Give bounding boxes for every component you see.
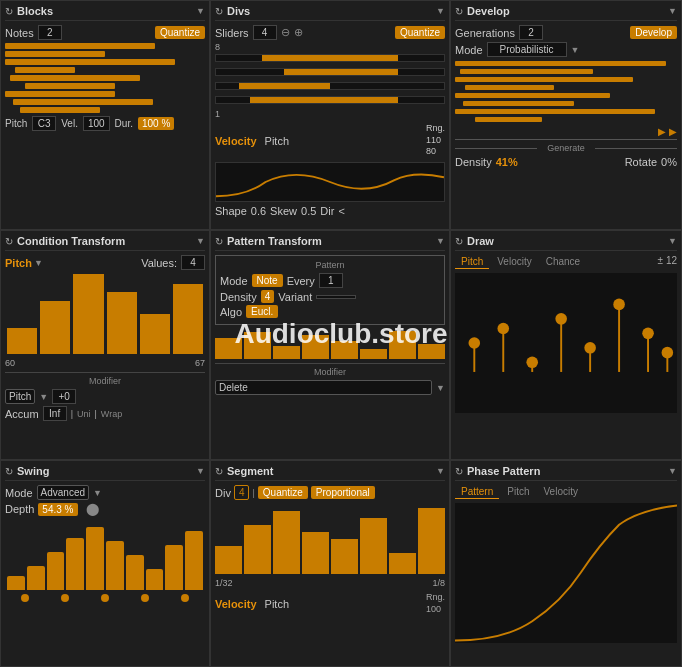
seg-quantize-button[interactable]: Quantize: [258, 486, 308, 499]
develop-arrow-icon[interactable]: ▼: [668, 6, 677, 16]
divs-header: ↻ Divs ▼: [215, 5, 445, 21]
develop-develop-button[interactable]: Develop: [630, 26, 677, 39]
develop-gen-value[interactable]: 2: [519, 25, 543, 40]
pt-density-label: Density: [220, 291, 257, 303]
seg-pitch-tab[interactable]: Pitch: [265, 598, 289, 610]
develop-mode-value[interactable]: Probabilistic: [487, 42, 567, 57]
draw-area[interactable]: [455, 273, 677, 413]
swing-bar-3: [47, 552, 65, 591]
tab-phase-velocity[interactable]: Velocity: [537, 485, 583, 499]
svg-point-7: [555, 313, 567, 325]
blocks-vel-value[interactable]: 100: [83, 116, 110, 131]
pt-variant-label: Variant: [278, 291, 312, 303]
swing-dot-3: [101, 594, 109, 602]
pt-every-label: Every: [287, 275, 315, 287]
ct-wrap-label[interactable]: Wrap: [101, 409, 122, 419]
ct-accum-value[interactable]: Inf: [43, 406, 67, 421]
ct-arrow-icon[interactable]: ▼: [196, 236, 205, 246]
blocks-notes-label: Notes: [5, 27, 34, 39]
phase-arrow-icon[interactable]: ▼: [668, 466, 677, 476]
block-line-1: [5, 43, 155, 49]
ct-pitch-value[interactable]: +0: [52, 389, 76, 404]
divs-slider-4[interactable]: [215, 96, 445, 104]
ct-param-dropdown[interactable]: Pitch ▼: [5, 257, 43, 269]
blocks-dur-value[interactable]: 100 %: [138, 117, 174, 130]
svg-point-5: [526, 357, 538, 369]
ct-param-arrow-icon: ▼: [34, 258, 43, 268]
pt-every-value[interactable]: 1: [319, 273, 343, 288]
divs-velocity-tab[interactable]: Velocity: [215, 135, 257, 147]
develop-mode-arrow-icon[interactable]: ▼: [571, 45, 580, 55]
blocks-notes-value[interactable]: 2: [38, 25, 62, 40]
svg-point-13: [642, 328, 654, 340]
tab-draw-pitch[interactable]: Pitch: [455, 255, 489, 269]
tab-phase-pattern[interactable]: Pattern: [455, 485, 499, 499]
blocks-panel: ↻ Blocks ▼ Notes 2 Quantize Pitch C3 Vel…: [0, 0, 210, 230]
pt-header: ↻ Pattern Transform ▼: [215, 235, 445, 251]
blocks-vel-label: Vel.: [61, 118, 78, 129]
divs-sliders-value[interactable]: 4: [253, 25, 277, 40]
draw-plus-minus: ± 12: [658, 255, 677, 269]
tab-draw-chance[interactable]: Chance: [540, 255, 586, 269]
divs-vp-row: Velocity Pitch Rng. 110 80: [215, 123, 445, 158]
swing-mode-select[interactable]: Advanced: [37, 485, 89, 500]
seg-arrow-icon[interactable]: ▼: [436, 466, 445, 476]
ct-values-value[interactable]: 4: [181, 255, 205, 270]
phase-area[interactable]: [455, 503, 677, 643]
ct-bar-sep2: |: [94, 409, 96, 419]
swing-dot-1: [21, 594, 29, 602]
develop-panel: ↻ Develop ▼ Generations 2 Develop Mode P…: [450, 0, 682, 230]
divs-quantize-button[interactable]: Quantize: [395, 26, 445, 39]
blocks-arrow-icon[interactable]: ▼: [196, 6, 205, 16]
blocks-pitch-label: Pitch: [5, 118, 27, 129]
draw-arrow-icon[interactable]: ▼: [668, 236, 677, 246]
divs-skew-value: 0.5: [301, 205, 316, 217]
ct-pitch-select[interactable]: Pitch: [5, 389, 35, 404]
divs-slider-2[interactable]: [215, 68, 445, 76]
swing-header: ↻ Swing ▼: [5, 465, 205, 481]
divs-shape-area: [215, 162, 445, 202]
phase-tabs: Pattern Pitch Velocity: [455, 485, 677, 499]
seg-cycle-icon: ↻: [215, 466, 223, 477]
divs-slider-1[interactable]: [215, 54, 445, 62]
tab-draw-velocity[interactable]: Velocity: [491, 255, 537, 269]
seg-bracket: |: [252, 488, 254, 498]
pt-delete-select[interactable]: Delete: [215, 380, 432, 395]
dev-line-6: [463, 101, 574, 106]
tab-phase-pitch[interactable]: Pitch: [501, 485, 535, 499]
ct-values-label: Values:: [141, 257, 177, 269]
swing-knob-icon[interactable]: ⬤: [86, 502, 99, 516]
develop-rotate-value: 0%: [661, 156, 677, 168]
seg-range-row: 1/32 1/8: [215, 578, 445, 588]
ct-bar-5: [140, 314, 170, 354]
swing-arrow-icon[interactable]: ▼: [196, 466, 205, 476]
blocks-bottom-row: Pitch C3 Vel. 100 Dur. 100 %: [5, 116, 205, 131]
blocks-pitch-value[interactable]: C3: [32, 116, 56, 131]
pt-note-button[interactable]: Note: [252, 274, 283, 287]
block-line-5: [10, 75, 140, 81]
divs-scale-1: 1: [215, 109, 445, 119]
divs-sliders-row: Sliders 4 ⊖ ⊕ Quantize: [215, 25, 445, 40]
seg-velocity-tab[interactable]: Velocity: [215, 598, 257, 610]
pt-algo-button[interactable]: Eucl.: [246, 305, 278, 318]
divs-dir-value[interactable]: <: [338, 205, 344, 217]
divs-slider-3[interactable]: [215, 82, 445, 90]
divs-skew-label: Skew: [270, 205, 297, 217]
pt-density-value[interactable]: 4: [261, 290, 275, 303]
divs-title: Divs: [227, 5, 250, 17]
seg-div-value[interactable]: 4: [234, 485, 250, 500]
divs-plus-icon[interactable]: ⊕: [294, 26, 303, 39]
divs-pitch-tab[interactable]: Pitch: [265, 135, 289, 147]
pt-bar-6: [360, 349, 387, 360]
seg-proportional-button[interactable]: Proportional: [311, 486, 375, 499]
pt-arrow-icon[interactable]: ▼: [436, 236, 445, 246]
swing-depth-value[interactable]: 54.3 %: [38, 503, 77, 516]
develop-gen-row: Generations 2 Develop: [455, 25, 677, 40]
seg-vp-row: Velocity Pitch Rng. 100: [215, 592, 445, 615]
seg-bar-3: [273, 511, 300, 574]
blocks-quantize-button[interactable]: Quantize: [155, 26, 205, 39]
divs-arrow-icon[interactable]: ▼: [436, 6, 445, 16]
divs-minus-icon[interactable]: ⊖: [281, 26, 290, 39]
pt-density-row: Density 4 Variant: [220, 290, 440, 303]
pt-variant-value[interactable]: [316, 295, 356, 299]
